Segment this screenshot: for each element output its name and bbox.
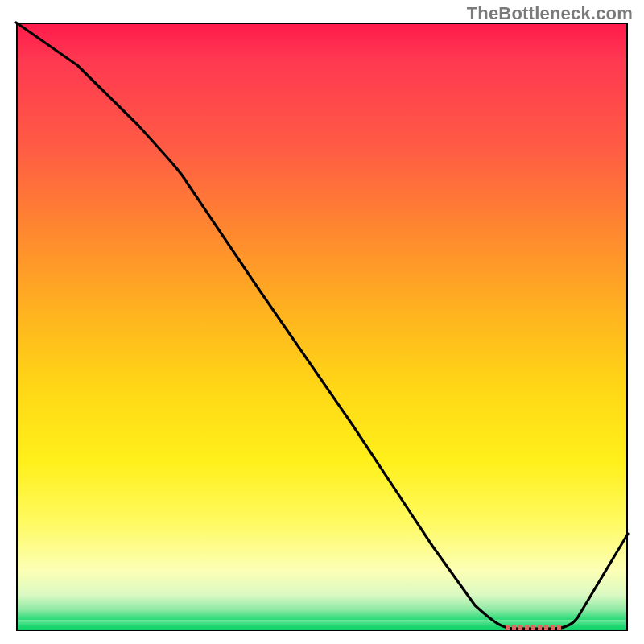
curve-path: [16, 23, 628, 629]
line-plot-svg: [16, 23, 628, 631]
chart-container: TheBottleneck.com: [0, 0, 644, 644]
plot-area: [16, 23, 628, 631]
watermark-text: TheBottleneck.com: [467, 3, 633, 24]
